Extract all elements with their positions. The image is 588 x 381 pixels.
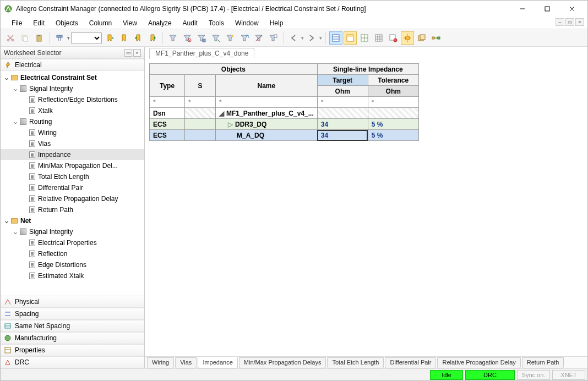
cell-target[interactable]: 34 [317,130,368,141]
menu-column[interactable]: Column [84,18,117,28]
cell-name[interactable]: M_A_DQ [216,130,318,141]
paste-icon[interactable] [32,31,46,45]
cell-target[interactable]: 34 [317,119,368,130]
funnel-7-icon[interactable] [252,31,265,45]
flow-icon[interactable] [429,31,443,45]
cell-name[interactable]: ◢MF1_Panther_plus_C_v4_... [216,108,318,119]
btab-relprop[interactable]: Relative Propagation Delay [437,357,520,368]
filter-tol[interactable]: * [368,97,418,108]
section-electrical[interactable]: Electrical [1,59,144,71]
cell-s[interactable] [185,119,216,130]
btab-etch[interactable]: Total Etch Length [327,357,384,368]
funnel-6-icon[interactable] [238,31,251,45]
cell-s[interactable] [185,130,216,141]
mdi-close[interactable]: × [575,18,584,26]
funnel-8-icon[interactable] [266,31,280,45]
cell-name[interactable]: ▷DDR3_DQ [216,119,318,130]
tree-net[interactable]: ⌄Net [1,215,144,226]
section-properties[interactable]: Properties [1,344,144,356]
section-drc[interactable]: DRC [1,356,144,368]
bookmark-prev-icon[interactable] [132,31,145,45]
grid-config-icon[interactable] [358,31,371,45]
mdi-minimize[interactable]: – [556,18,564,26]
filter-name[interactable]: * [216,97,318,108]
filter-s[interactable]: * [185,97,216,108]
section-samenet[interactable]: Same Net Spacing [1,320,144,332]
cell-type[interactable]: ECS [150,130,185,141]
highlight-mode2-icon[interactable] [344,31,357,45]
filter-type[interactable]: * [150,97,185,108]
row-ecs-ddr3[interactable]: ECS ▷DDR3_DQ 34 5 % [150,119,419,130]
tree-ecs[interactable]: ⌄Electrical Constraint Set [1,72,144,83]
menu-audit[interactable]: Audit [177,18,203,28]
tree-item-reflection[interactable]: Reflection [1,248,144,259]
btab-vias[interactable]: Vias [175,357,197,368]
cell-type[interactable]: ECS [150,119,185,130]
col-name[interactable]: Name [216,75,318,97]
menu-file[interactable]: File [6,18,28,28]
funnel-3-icon[interactable] [195,31,208,45]
expand-icon[interactable]: ▷ [228,121,233,128]
btab-wiring[interactable]: Wiring [147,357,174,368]
status-sync[interactable]: Sync on. [517,370,550,380]
cell-tol[interactable]: 5 % [368,130,418,141]
tree-item-wiring[interactable]: Wiring [1,127,144,138]
funnel-4-icon[interactable] [209,31,222,45]
funnel-1-icon[interactable] [166,31,179,45]
col-tolerance[interactable]: Tolerance [368,75,418,86]
btab-minmax[interactable]: Min/Max Propagation Delays [239,357,326,368]
btab-diffpair[interactable]: Differential Pair [385,357,436,368]
cell-tol[interactable] [368,108,418,119]
nav-forward-icon[interactable] [305,31,318,45]
tree-item-estxtalk[interactable]: Estimated Xtalk [1,270,144,281]
btab-return[interactable]: Return Path [522,357,564,368]
menu-objects[interactable]: Objects [50,18,84,28]
minimize-button[interactable] [510,1,535,17]
btab-impedance[interactable]: Impedance [198,357,237,368]
bookmark-next-icon[interactable] [146,31,159,45]
tree-host[interactable]: ⌄Electrical Constraint Set ⌄Signal Integ… [1,71,144,296]
tree-item-impedance[interactable]: Impedance [1,149,144,160]
bookmark-icon[interactable] [117,31,130,45]
cell-target[interactable] [317,108,368,119]
constraint-grid[interactable]: Objects Single-line Impedance Type S Nam… [149,63,419,141]
row-ecs-madq[interactable]: ECS M_A_DQ 34 5 % [150,130,419,141]
col-type[interactable]: Type [150,75,185,97]
tree-item-returnpath[interactable]: Return Path [1,204,144,215]
funnel-5-icon[interactable] [224,31,237,45]
menu-window[interactable]: Window [230,18,264,28]
table-view-icon[interactable] [372,31,385,45]
sun-highlight-icon[interactable] [401,31,414,45]
maximize-button[interactable] [535,1,559,17]
tree-item-reflection-edge[interactable]: Reflection/Edge Distortions [1,94,144,105]
section-physical[interactable]: Physical [1,296,144,308]
tree-item-total-etch[interactable]: Total Etch Length [1,171,144,182]
cell-type[interactable]: Dsn [150,108,185,119]
highlight-mode1-icon[interactable] [329,31,342,45]
copy-icon[interactable] [18,31,31,45]
tree-item-xtalk[interactable]: Xtalk [1,105,144,116]
tree-item-relprop[interactable]: Relative Propagation Delay [1,193,144,204]
row-dsn[interactable]: Dsn ◢MF1_Panther_plus_C_v4_... [150,108,419,119]
funnel-2-icon[interactable] [181,31,194,45]
cut-icon[interactable] [4,31,17,45]
tree-item-edgedist[interactable]: Edge Distortions [1,259,144,270]
col-s[interactable]: S [185,75,216,97]
cell-tol[interactable]: 5 % [368,119,418,130]
col-target[interactable]: Target [317,75,368,86]
mdi-restore[interactable]: ▭ [565,18,574,26]
close-button[interactable] [559,1,584,17]
tree-item-minmax-prop[interactable]: Min/Max Propagation Del... [1,160,144,171]
filter-combo[interactable] [71,32,102,43]
menu-edit[interactable]: Edit [28,18,50,28]
section-manufacturing[interactable]: Manufacturing [1,332,144,344]
object-filter-icon[interactable] [53,31,66,45]
tree-item-elecprops[interactable]: Electrical Properties [1,237,144,248]
filter-row[interactable]: * * * * * [150,97,419,108]
menu-help[interactable]: Help [264,18,289,28]
filter-target[interactable]: * [317,97,368,108]
section-spacing[interactable]: Spacing [1,308,144,320]
menu-tools[interactable]: Tools [203,18,230,28]
menu-analyze[interactable]: Analyze [143,18,177,28]
tree-item-vias[interactable]: Vias [1,138,144,149]
